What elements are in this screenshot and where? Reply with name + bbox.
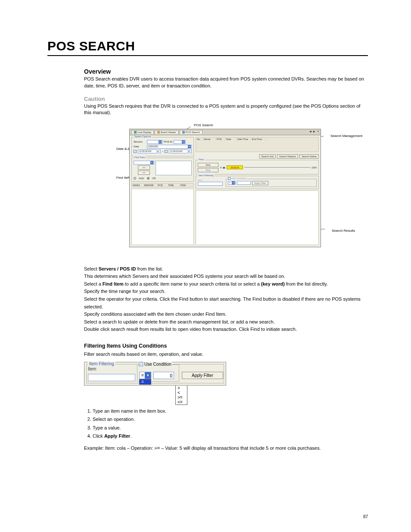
use-condition-check[interactable]: ✓: [139, 362, 143, 366]
left-result-header: INDEX SERVER POS TIME ITEM: [131, 183, 194, 187]
move-left-button[interactable]: <<: [138, 171, 150, 175]
monitor-icon: [134, 131, 137, 134]
next-icon[interactable]: ▶: [312, 130, 316, 133]
tab-pos-search[interactable]: POS Search: [180, 130, 202, 134]
select-options-group: Select Options Servers ▾ POS ID ▾ Date 9…: [131, 137, 194, 156]
stop-button[interactable]: Stop: [198, 168, 218, 172]
callout-finditem: Find Item: [116, 176, 131, 180]
op-combo-small[interactable]: =▾: [228, 181, 236, 185]
start-time-field[interactable]: 12:00:00 AM▵: [138, 149, 161, 153]
start-time-check[interactable]: ✓: [134, 150, 137, 153]
find-button[interactable]: Find: [198, 163, 218, 167]
search-icon: [182, 131, 185, 134]
item-label-small: Item: [198, 179, 224, 181]
pause-icon: ▣: [223, 166, 225, 169]
op-equals[interactable]: =: [140, 380, 151, 384]
end-time-field[interactable]: 11:06:29 AM▵: [169, 149, 192, 153]
posid-combo[interactable]: ▾: [174, 140, 186, 144]
search-add-button[interactable]: Search Add: [259, 154, 276, 159]
chevron-down-icon: ▾: [150, 161, 153, 164]
op-gte[interactable]: >=: [176, 395, 187, 400]
spinner-icon: ▵: [187, 149, 190, 153]
overview-text: POS Search enables DVR users to access t…: [84, 76, 368, 90]
posid-label: POS ID: [164, 140, 172, 143]
chevron-down-icon: ▾: [188, 145, 191, 148]
example-text: Example: Item: cola – Operation: >= – Va…: [84, 445, 368, 452]
right-result-list[interactable]: [196, 190, 319, 245]
servers-label: Servers: [134, 140, 146, 143]
callout-results: Search Results: [332, 229, 355, 233]
search-delete-button[interactable]: Search Delete: [299, 154, 319, 159]
or-radio[interactable]: [147, 177, 149, 180]
value-field-small[interactable]: [237, 181, 251, 185]
find-group: Find Find Stop 0 ▣ 00:00:00 1000: [196, 160, 319, 174]
apply-filter-button-small[interactable]: Apply Filter: [252, 181, 268, 185]
op-lt[interactable]: <: [176, 390, 187, 395]
event-icon: [157, 131, 160, 134]
use-condition-label: ✓ Use Condition: [138, 362, 172, 367]
body-prose: Select Servers / POS ID from the list. T…: [84, 265, 368, 333]
select-options-title: Select Options: [134, 135, 152, 138]
finditem-combo[interactable]: ▾: [134, 161, 154, 165]
finditem-list[interactable]: [156, 161, 192, 175]
find-item-group: Find Item ▾ >> << AND OR: [131, 158, 194, 182]
step-3: Type a value.: [93, 424, 368, 432]
search-mgmt-header: No. Server POS Date Start Time End Time: [196, 137, 319, 152]
progress-bar: 00:00:00: [227, 165, 243, 169]
date-field[interactable]: 9/30/2009▾: [147, 145, 192, 149]
find-item-title: Find Item: [134, 156, 146, 159]
step-2: Select an operation.: [93, 416, 368, 423]
chevron-down-icon: ▾: [159, 140, 162, 143]
chevron-down-icon: ▾: [182, 140, 185, 143]
item-input[interactable]: [88, 374, 135, 381]
callout-pos-search: POS Search: [194, 123, 213, 128]
progress-scale: [244, 167, 310, 168]
apply-filter-button[interactable]: Apply Filter: [182, 372, 223, 379]
search-replace-button[interactable]: Search Replace: [277, 154, 298, 159]
use-condition-group-small: Use Condition =▾ Apply Filter: [226, 179, 317, 187]
prev-icon[interactable]: ◀: [308, 130, 312, 133]
page-number: 87: [363, 514, 368, 519]
item-filtering-title: Item Filtering: [88, 361, 115, 366]
use-condition-check-small[interactable]: [228, 177, 230, 180]
end-time-check[interactable]: ✓: [165, 150, 168, 153]
step-1: Type an item name in the item box.: [93, 408, 368, 415]
and-radio[interactable]: [134, 177, 136, 180]
op-gt[interactable]: >: [176, 386, 187, 390]
item-label: Item: [88, 367, 96, 371]
operation-dropdown[interactable]: =: [139, 379, 151, 385]
item-filtering-figure: Item Filtering Item ✓ Use Condition = ▾ …: [84, 362, 226, 386]
filter-steps: Type an item name in the item box. Selec…: [93, 408, 368, 440]
step-4: Click Apply Filter.: [93, 432, 368, 440]
page-title: POS SEARCH: [47, 39, 368, 56]
caution-label: Caution: [84, 96, 368, 102]
progress-scale-end: 1000: [311, 166, 317, 169]
value-input[interactable]: 0: [153, 372, 174, 379]
progress-count: 0: [220, 166, 221, 169]
filter-intro: Filter search results based on item, ope…: [84, 351, 368, 358]
left-result-list[interactable]: [131, 189, 194, 245]
close-icon[interactable]: ✕: [316, 130, 320, 133]
date-label: Date: [134, 145, 146, 148]
chevron-down-icon: ▾: [232, 181, 235, 184]
filter-heading: Filtering Items Using Conditions: [84, 343, 368, 349]
operation-dropdown-rest[interactable]: > < >= <=: [175, 386, 187, 405]
caution-text: Using POS Search requires that the DVR i…: [84, 103, 368, 116]
callout-searchmgmt: Search Management: [330, 134, 362, 138]
servers-combo[interactable]: ▾: [147, 140, 162, 144]
spinner-icon: ▵: [156, 149, 159, 153]
operation-select[interactable]: = ▾: [139, 372, 151, 379]
tab-live-display[interactable]: Live Display: [131, 130, 154, 134]
item-filtering-small: Item Filtering Item Use Condition =▾ App…: [196, 176, 319, 189]
op-lte[interactable]: <=: [176, 400, 187, 404]
item-field-small[interactable]: [198, 182, 223, 186]
move-right-button[interactable]: >>: [138, 165, 150, 170]
overview-heading: Overview: [84, 68, 368, 75]
tab-event-viewer[interactable]: Event Viewer: [155, 130, 178, 134]
pos-search-window: Live Display Event Viewer POS Search ◀ ▶…: [129, 129, 321, 247]
chevron-down-icon: ▾: [145, 372, 151, 379]
tabstrip: Live Display Event Viewer POS Search ◀ ▶…: [130, 129, 321, 135]
